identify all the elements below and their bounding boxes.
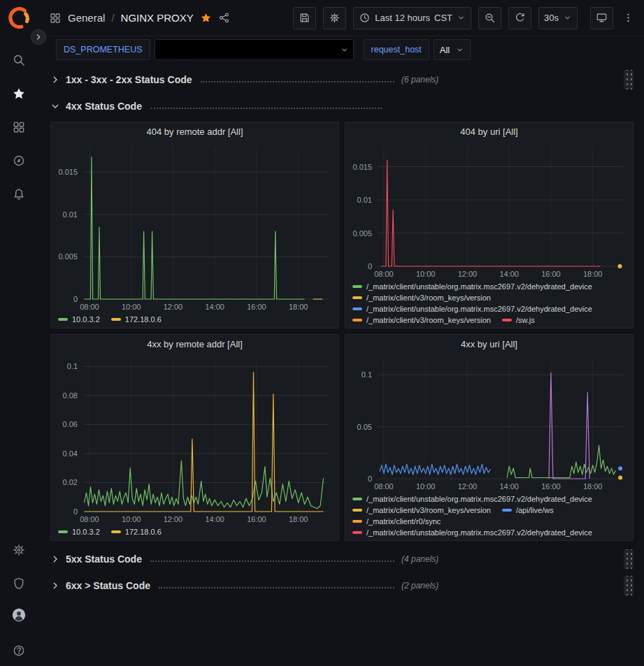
svg-text:0.1: 0.1 [67, 362, 78, 370]
svg-text:0.08: 0.08 [63, 391, 78, 400]
svg-text:16:00: 16:00 [247, 303, 266, 311]
row-header-5xx[interactable]: 5xx Status Code (4 panels) [50, 549, 634, 569]
variable-value-ds-prometheus[interactable] [155, 39, 354, 60]
legend-item[interactable]: 172.18.0.6 [111, 315, 162, 324]
grafana-logo[interactable] [6, 6, 31, 31]
time-range-picker[interactable]: Last 12 hours CST [353, 7, 471, 29]
legend-label: /sw.js [516, 316, 535, 324]
legend-item[interactable]: /_matrix/client/v3/room_keys/version [352, 294, 491, 302]
legend-item[interactable]: /_matrix/client/unstable/org.matrix.msc2… [352, 495, 592, 503]
panel-404-by-remote-addr: 404 by remote addr [All] 00.0050.010.015… [50, 122, 339, 328]
chevron-right-icon [50, 581, 60, 591]
dotted-leader [159, 587, 394, 588]
save-dashboard-button[interactable] [293, 7, 316, 29]
row-header-6xx[interactable]: 6xx > Status Code (2 panels) [50, 576, 634, 595]
panel-title[interactable]: 4xx by remote addr [All] [51, 335, 338, 354]
legend-item[interactable]: 172.18.0.6 [111, 528, 162, 536]
legend-item[interactable]: 10.0.3.2 [58, 315, 100, 324]
sidebar-item-starred[interactable] [5, 80, 33, 108]
timeseries-plot[interactable]: 00.050.108:0010:0012:0014:0016:0018:00 [345, 354, 633, 493]
panel-title[interactable]: 404 by remote addr [All] [51, 122, 338, 141]
svg-text:0.015: 0.015 [352, 163, 372, 171]
legend-color-marker [111, 318, 121, 321]
row-drag-handle[interactable] [624, 549, 634, 569]
zoom-out-time-button[interactable] [478, 7, 501, 29]
row-panel-count: (4 panels) [401, 554, 438, 564]
sidebar-expand-button[interactable] [31, 29, 46, 45]
legend-item[interactable]: /_matrix/client/unstable/org.matrix.msc2… [352, 305, 592, 313]
legend-label: 10.0.3.2 [72, 315, 100, 324]
sidebar-item-help[interactable] [5, 637, 33, 665]
panel-title[interactable]: 4xx by uri [All] [345, 335, 633, 354]
cycle-view-mode-button[interactable] [590, 7, 613, 29]
kebab-menu-button[interactable] [620, 7, 636, 29]
legend-color-marker [502, 509, 512, 512]
breadcrumb-section[interactable]: General [68, 12, 105, 24]
legend-label: 172.18.0.6 [125, 528, 162, 536]
legend-color-marker [352, 531, 362, 534]
time-zone-label: CST [434, 13, 452, 23]
breadcrumb: General / NGINX PROXY [49, 12, 230, 24]
sidebar-item-dashboards[interactable] [5, 113, 33, 141]
variable-label-request-host[interactable]: request_host [364, 39, 429, 60]
legend-label: 10.0.3.2 [72, 528, 100, 536]
legend-item[interactable]: /_matrix/client/v3/room_keys/version [352, 506, 491, 514]
legend-label: 172.18.0.6 [125, 315, 162, 324]
sidebar-item-configuration[interactable] [5, 536, 33, 564]
refresh-icon [514, 12, 526, 24]
sidebar [0, 0, 38, 666]
timeseries-plot[interactable]: 00.0050.010.01508:0010:0012:0014:0016:00… [51, 141, 338, 313]
svg-text:16:00: 16:00 [541, 270, 561, 278]
refresh-dashboard-button[interactable] [508, 7, 531, 29]
refresh-interval-picker[interactable]: 30s [538, 7, 578, 29]
row-drag-handle[interactable] [624, 576, 634, 595]
legend-item[interactable]: /_matrix/client/r0/sync [352, 517, 441, 526]
dashboard-settings-button[interactable] [323, 7, 346, 29]
panel-title[interactable]: 404 by uri [All] [345, 122, 633, 141]
sidebar-item-search[interactable] [5, 46, 33, 74]
sidebar-item-server-admin[interactable] [5, 570, 33, 598]
chevron-down-icon [563, 13, 572, 22]
row-header-1xx-3xx-2xx[interactable]: 1xx - 3xx - 2xx Status Code (6 panels) [50, 70, 634, 89]
favorite-star-icon[interactable] [200, 12, 212, 24]
svg-text:10:00: 10:00 [122, 303, 141, 311]
compass-icon [12, 154, 26, 168]
sidebar-item-alerting[interactable] [5, 180, 33, 208]
legend-item[interactable]: /sw.js [502, 316, 535, 324]
legend-item[interactable]: /_matrix/client/v3/room_keys/version [352, 316, 491, 324]
dotted-leader [150, 560, 394, 562]
variable-label-ds-prometheus[interactable]: DS_PROMETHEUS [56, 39, 150, 60]
legend-item[interactable]: /_matrix/client/unstable/org.matrix.msc2… [352, 528, 592, 537]
svg-text:18:00: 18:00 [583, 270, 603, 278]
legend-item[interactable]: /api/live/ws [502, 506, 554, 514]
legend-item[interactable]: 10.0.3.2 [58, 528, 100, 536]
row-header-4xx[interactable]: 4xx Status Code [50, 96, 634, 116]
breadcrumb-separator: / [111, 12, 114, 24]
clock-icon [359, 12, 371, 24]
timeseries-plot[interactable]: 00.0050.010.01508:0010:0012:0014:0016:00… [345, 141, 633, 280]
legend-label: /_matrix/client/unstable/org.matrix.msc2… [366, 528, 592, 537]
svg-text:18:00: 18:00 [289, 303, 308, 311]
row-drag-handle[interactable] [624, 70, 634, 89]
svg-text:10:00: 10:00 [122, 515, 141, 523]
svg-text:0: 0 [73, 507, 78, 516]
svg-text:12:00: 12:00 [164, 303, 183, 311]
svg-text:0.02: 0.02 [63, 478, 78, 486]
share-icon[interactable] [218, 12, 230, 24]
svg-text:08:00: 08:00 [80, 515, 99, 523]
dashboards-grid-icon [12, 120, 26, 134]
svg-text:08:00: 08:00 [80, 303, 99, 311]
legend-item[interactable]: /_matrix/client/unstable/org.matrix.msc2… [352, 282, 592, 291]
svg-text:0.04: 0.04 [63, 449, 78, 458]
legend-label: /_matrix/client/unstable/org.matrix.msc2… [366, 305, 592, 313]
svg-text:16:00: 16:00 [247, 515, 266, 523]
variable-value-request-host[interactable]: All [434, 39, 471, 60]
svg-text:18:00: 18:00 [583, 482, 603, 491]
sidebar-item-profile[interactable] [5, 603, 33, 631]
legend-label: /_matrix/client/v3/room_keys/version [366, 294, 491, 302]
grafana-app: General / NGINX PROXY Last 12 hours CST [0, 0, 644, 666]
sidebar-item-explore[interactable] [5, 147, 33, 175]
dotted-leader [201, 81, 394, 82]
variable-value-text: All [440, 45, 450, 55]
timeseries-plot[interactable]: 00.020.040.060.080.108:0010:0012:0014:00… [51, 354, 338, 526]
